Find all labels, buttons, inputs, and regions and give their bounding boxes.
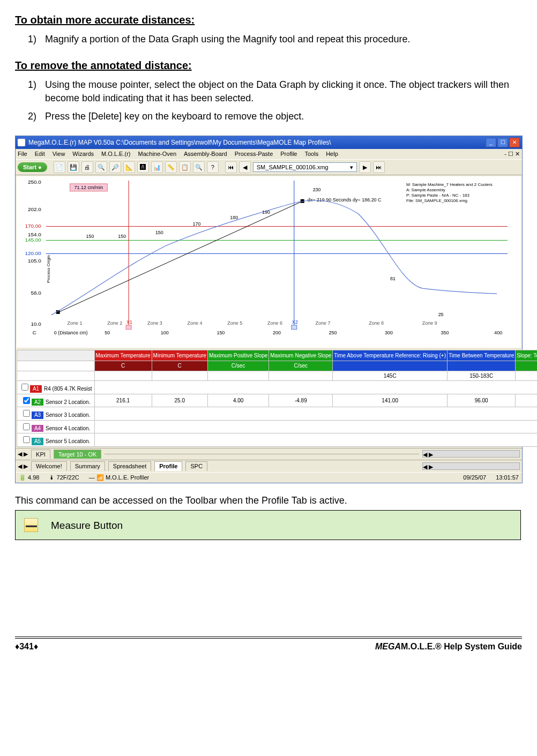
toolbar-button[interactable]: 🅰 [137,161,149,173]
statusbar: 🔋 4.98 🌡 72F/22C — 📶 M.O.L.E. Profiler 0… [16,472,522,483]
svg-text:250.0: 250.0 [28,179,41,185]
svg-text:154.0: 154.0 [28,231,41,237]
menu-tools[interactable]: Tools [304,150,318,158]
menubar: File Edit View Wizards M.O.L.E.(r) Machi… [16,149,522,159]
svg-text:Process Origin: Process Origin [46,255,51,283]
app-screenshot: MegaM.O.L.E.(r) MAP V0.50a C:\Documents … [15,136,522,483]
mdi-controls[interactable]: - ☐ ✕ [504,150,520,158]
zoom-in-icon[interactable]: 🔍 [95,161,107,173]
svg-text:File: SM_SAMPLE_000106.xmg: File: SM_SAMPLE_000106.xmg [406,198,467,203]
menu-wizards[interactable]: Wizards [72,150,94,158]
svg-text:Zone 2: Zone 2 [107,320,122,326]
data-grid: Maximum Temperature Minimum Temperature … [16,349,522,448]
svg-text:150: 150 [86,234,94,239]
remove-steps: Using the mouse pointer, select the obje… [15,78,522,123]
heading-obtain: To obtain more accurate distances: [15,13,522,27]
svg-text:180: 180 [230,215,238,220]
table-row[interactable]: A3Sensor 3 Location. [17,407,538,421]
table-row[interactable]: A2Sensor 2 Location. 216.1 25.0 4.00 -4.… [17,394,538,407]
svg-text:150: 150 [155,230,163,235]
menu-edit[interactable]: Edit [35,150,45,158]
page-number: 341 [19,641,34,653]
sensor-checkbox[interactable] [23,397,30,404]
tab-welcome[interactable]: Welcome! [31,461,67,471]
svg-text:25: 25 [438,312,444,317]
sensor-checkbox[interactable] [23,410,30,417]
menu-view[interactable]: View [53,150,65,158]
tab-spreadsheet[interactable]: Spreadsheet [108,461,151,471]
note-box: ▬▬ Measure Button [15,510,521,540]
toolbar-button[interactable]: 📄 [54,161,65,173]
toolbar-button[interactable]: ◀ [239,161,251,173]
svg-rect-55 [126,325,131,330]
remove-step-2: Press the [Delete] key on the keyboard t… [42,110,522,123]
scrollbar[interactable]: ◀ ▶ [422,462,520,470]
data-graph[interactable]: 250.0 202.0 170.00 154.0 145.00 120.00 1… [17,176,521,348]
obtain-step-1: Magnify a portion of the Data Graph usin… [42,33,522,46]
toolbar-button[interactable]: 📐 [123,161,135,173]
svg-rect-56 [292,325,297,330]
scrollbar[interactable]: ◀ ▶ [422,450,520,458]
tab-spc[interactable]: SPC [185,461,207,471]
toolbar-button[interactable]: 📋 [179,161,191,173]
sensor-checkbox[interactable] [23,423,30,430]
svg-text:Zone 8: Zone 8 [369,320,384,326]
toolbar-button[interactable]: ⏭ [373,161,385,173]
svg-line-19 [58,201,302,312]
start-button[interactable]: Start ● [18,162,47,173]
svg-text:X1: X1 [126,319,132,325]
maximize-button[interactable]: ☐ [497,138,508,147]
svg-text:X2: X2 [292,319,298,325]
toolbar-button[interactable]: 💾 [68,161,79,173]
menu-file[interactable]: File [18,150,27,158]
svg-text:Zone 7: Zone 7 [316,320,331,326]
toolbar-button[interactable]: 📊 [151,161,163,173]
tab-nav[interactable]: ◀ ▶ [18,450,28,458]
svg-text:400: 400 [494,330,502,335]
svg-text:50: 50 [105,330,110,335]
sensor-checkbox[interactable] [23,436,30,443]
measure-icon[interactable]: 📏 [165,161,177,173]
svg-text:A: Sample Assembly: A: Sample Assembly [406,188,445,192]
menu-profile[interactable]: Profile [280,150,297,158]
zoom-out-icon[interactable]: 🔎 [109,161,121,173]
menu-process[interactable]: Process-Paste [235,150,273,158]
help-icon[interactable]: ? [207,161,219,173]
tab-target[interactable]: Target 10 - OK [54,450,102,459]
tab-kpi[interactable]: KPI [31,450,50,459]
svg-text:M: Sample Machine_7 Heaters an: M: Sample Machine_7 Heaters and 2 Cooler… [406,182,493,187]
file-dropdown[interactable]: SM_SAMPLE_000106.xmg▾ [253,162,357,173]
col-header: Slope: Temperature to Peak [516,350,537,361]
menu-assembly[interactable]: Assembly-Board [184,150,227,158]
toolbar-button[interactable]: ⏮ [225,161,237,173]
toolbar-button[interactable]: ▶ [359,161,371,173]
menu-machine[interactable]: Machine-Oven [138,150,176,158]
tab-nav[interactable]: ◀ ▶ [18,462,28,470]
after-text: This command can be accessed on the Tool… [15,494,522,507]
page-footer: ♦341♦ MEGAM.O.L.E.® Help System Guide [15,637,522,653]
col-header: Time Between Temperature [447,350,516,361]
table-row[interactable]: A1R4 (805 4.7K Resist [17,381,538,394]
menu-mole[interactable]: M.O.L.E.(r) [101,150,130,158]
toolbar: Start ● 📄 💾 🖨 🔍 🔎 📐 🅰 📊 📏 📋 🔍 ? ⏮ ◀ SM_S… [16,159,522,175]
obtain-steps: Magnify a portion of the Data Graph usin… [15,33,522,46]
toolbar-button[interactable]: 🖨 [81,161,93,173]
table-row[interactable]: A4Sensor 4 Location. [17,420,538,433]
close-button[interactable]: ✕ [509,138,520,147]
menu-help[interactable]: Help [326,150,338,158]
sensor-checkbox[interactable] [21,384,28,391]
svg-text:105.0: 105.0 [28,258,41,264]
table-row[interactable]: A5Sensor 5 Location. [17,433,538,447]
svg-text:190: 190 [262,209,270,215]
svg-text:0 (Distance cm): 0 (Distance cm) [54,330,88,335]
minimize-button[interactable]: _ [486,138,496,147]
chevron-down-icon: ▾ [350,163,353,171]
toolbar-button[interactable]: 🔍 [193,161,205,173]
tab-profile[interactable]: Profile [154,461,182,471]
window-title: MegaM.O.L.E.(r) MAP V0.50a C:\Documents … [28,138,331,147]
svg-text:150: 150 [217,330,225,335]
svg-text:dx= 219.90 Seconds dy= 186.20 : dx= 219.90 Seconds dy= 186.20 C [308,197,382,203]
tab-summary[interactable]: Summary [70,461,105,471]
svg-text:71.12 cm/min: 71.12 cm/min [74,185,103,190]
svg-text:230: 230 [313,187,321,192]
